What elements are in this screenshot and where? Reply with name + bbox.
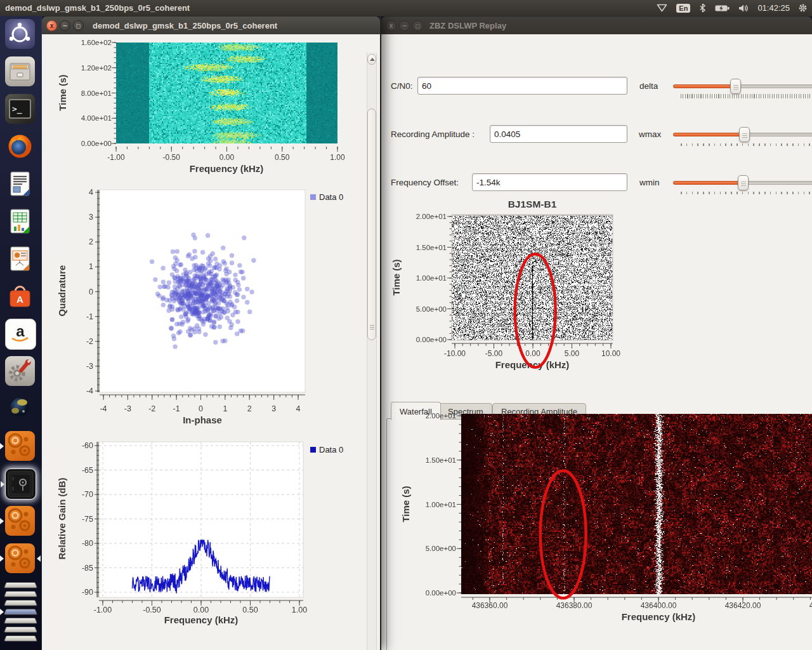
launcher-item-files[interactable] bbox=[5, 56, 35, 86]
running-indicator-arrow bbox=[1, 481, 4, 488]
close-button[interactable]: x bbox=[386, 20, 396, 31]
launcher-item-amazon[interactable]: a bbox=[5, 319, 36, 350]
running-indicator-arrow bbox=[0, 443, 4, 449]
cn0-input[interactable] bbox=[417, 77, 627, 95]
desktop: demod_dslwp_gmsk_b1_250bps_0r5_coherent … bbox=[0, 0, 812, 650]
svg-text:>_: >_ bbox=[12, 104, 22, 114]
delta-slider-ticks bbox=[681, 94, 812, 98]
bluetooth-icon[interactable] bbox=[699, 3, 706, 13]
keyboard-layout-indicator[interactable]: En bbox=[676, 4, 690, 13]
slider-handle[interactable] bbox=[730, 79, 741, 94]
delta-slider-label: delta bbox=[639, 81, 665, 91]
scrollbar-thumb[interactable] bbox=[367, 109, 376, 340]
wmax-slider[interactable] bbox=[673, 133, 812, 136]
active-app-title: demod_dslwp_gmsk_b1_250bps_0r5_coherent bbox=[5, 3, 190, 13]
wmax-slider-label: wmax bbox=[639, 129, 664, 139]
window-title: ZBZ DSLWP Replay bbox=[429, 21, 506, 30]
unity-launcher: >_ A a bbox=[0, 16, 42, 650]
legend-label: Data 0 bbox=[319, 445, 343, 454]
svg-text:A: A bbox=[16, 294, 23, 305]
bj1sm-waterfall-plot[interactable] bbox=[452, 215, 613, 340]
running-indicator-arrow bbox=[0, 555, 4, 562]
legend-swatch bbox=[310, 447, 316, 453]
flowgraph-window-titlebar[interactable]: x – □ demod_dslwp_gmsk_b1_250bps_0r5_coh… bbox=[42, 17, 380, 35]
minimize-button[interactable]: – bbox=[60, 20, 70, 31]
session-gear-icon[interactable] bbox=[798, 3, 808, 13]
replay-waterfall-plot[interactable] bbox=[461, 414, 812, 594]
launcher-item-libreoffice-calc[interactable] bbox=[5, 206, 35, 236]
volume-icon[interactable] bbox=[738, 4, 749, 13]
maximize-button[interactable]: □ bbox=[73, 20, 84, 31]
frequency-offset-input[interactable] bbox=[472, 173, 627, 191]
slider-handle[interactable] bbox=[739, 127, 750, 142]
up-arrow-icon bbox=[370, 58, 375, 61]
slider-fill bbox=[673, 84, 735, 88]
minimize-button[interactable]: – bbox=[399, 20, 410, 31]
launcher-item-firefox[interactable] bbox=[5, 131, 35, 161]
running-indicator-arrow bbox=[0, 609, 4, 615]
legend-label: Data 0 bbox=[319, 192, 343, 202]
constellation-legend: Data 0 bbox=[310, 192, 343, 202]
launcher-item-web-globe[interactable] bbox=[5, 394, 35, 423]
launcher-item-libreoffice-writer[interactable] bbox=[5, 169, 35, 199]
frequency-offset-label: Frequency Offset: bbox=[391, 178, 459, 187]
legend-swatch bbox=[310, 194, 316, 200]
recording-amplitude-label: Recording Amplitude : bbox=[391, 129, 475, 139]
slider-fill bbox=[673, 133, 744, 136]
maximize-button[interactable]: □ bbox=[412, 20, 423, 31]
launcher-item-folded-stack[interactable] bbox=[5, 581, 35, 648]
window-title: demod_dslwp_gmsk_b1_250bps_0r5_coherent bbox=[93, 21, 277, 30]
launcher-item-gnuradio-1[interactable] bbox=[5, 431, 35, 461]
slider-handle[interactable] bbox=[738, 175, 749, 190]
scroll-up-button[interactable] bbox=[367, 54, 376, 65]
scrollbar-track[interactable] bbox=[367, 53, 377, 650]
wmin-slider[interactable] bbox=[673, 181, 812, 185]
launcher-item-gnuradio-3[interactable] bbox=[5, 543, 35, 573]
launcher-item-gnuradio-app-focused[interactable] bbox=[5, 468, 36, 500]
delta-slider[interactable] bbox=[673, 84, 812, 88]
close-button[interactable]: x bbox=[46, 20, 57, 31]
network-icon[interactable] bbox=[657, 4, 667, 12]
focused-window-indicator-arrow bbox=[37, 555, 41, 562]
wmax-slider-ticks bbox=[681, 143, 812, 146]
svg-text:a: a bbox=[16, 322, 25, 340]
launcher-item-ubuntu-dash[interactable] bbox=[5, 19, 35, 49]
launcher-item-gnuradio-2[interactable] bbox=[5, 506, 35, 536]
launcher-item-libreoffice-impress[interactable] bbox=[5, 244, 35, 274]
tab-waterfall[interactable]: Waterfall bbox=[391, 402, 441, 420]
replay-window-titlebar[interactable]: x – □ ZBZ DSLWP Replay bbox=[381, 17, 812, 34]
scrollbar-grip bbox=[370, 325, 374, 331]
launcher-item-system-settings[interactable] bbox=[5, 356, 35, 386]
cn0-label: C/N0: bbox=[391, 81, 413, 91]
clock[interactable]: 01:42:25 bbox=[757, 3, 790, 13]
slider-fill bbox=[673, 181, 743, 185]
recording-amplitude-input[interactable] bbox=[490, 125, 627, 143]
battery-icon[interactable] bbox=[715, 4, 730, 12]
top-menu-bar: demod_dslwp_gmsk_b1_250bps_0r5_coherent … bbox=[0, 0, 812, 16]
spectrum-legend: Data 0 bbox=[310, 445, 343, 454]
launcher-item-ubuntu-software[interactable]: A bbox=[5, 281, 35, 311]
demod-waterfall-plot[interactable] bbox=[116, 43, 337, 143]
running-indicator-arrow bbox=[0, 518, 4, 524]
wmin-slider-ticks bbox=[681, 192, 812, 194]
launcher-item-terminal[interactable]: >_ bbox=[5, 94, 35, 124]
wmin-slider-label: wmin bbox=[639, 178, 665, 187]
